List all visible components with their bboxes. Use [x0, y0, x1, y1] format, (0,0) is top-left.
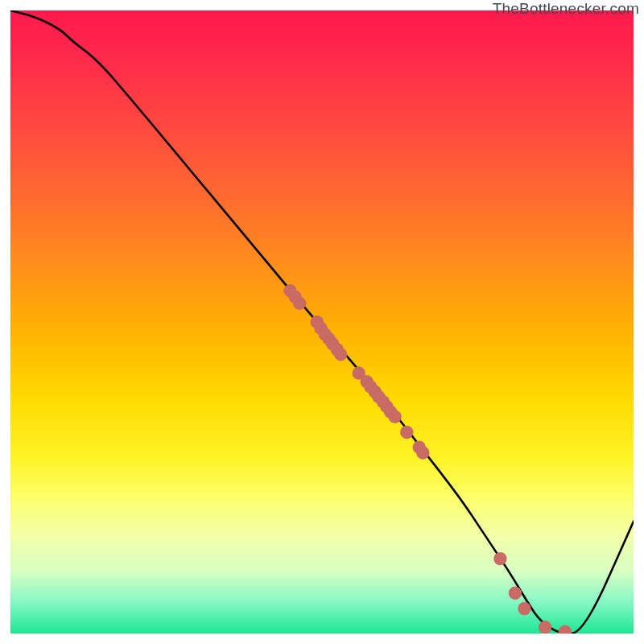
chart-svg: [10, 10, 634, 634]
curve-marker: [416, 446, 429, 459]
curve-markers: [283, 284, 572, 634]
curve-marker: [400, 426, 413, 439]
curve-marker: [493, 552, 506, 565]
curve-marker: [293, 297, 306, 310]
curve-marker: [509, 587, 522, 600]
attribution-text: TheBottlenecker.com: [493, 0, 639, 18]
curve-marker: [334, 348, 347, 361]
plot-area: [10, 10, 634, 634]
curve-marker: [518, 602, 530, 615]
curve-marker: [388, 410, 401, 423]
chart-container: TheBottlenecker.com: [0, 0, 644, 644]
curve-marker: [559, 625, 572, 634]
curve-marker: [539, 621, 551, 634]
